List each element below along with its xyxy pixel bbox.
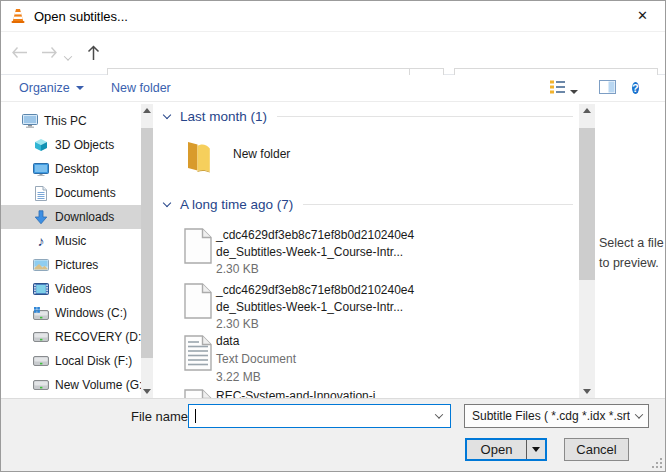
file-item[interactable]: _cdc4629df3eb8c71ef8b0d210240e4 de_Subti… [216,283,414,331]
file-item[interactable]: REC-System-and-Innovation-i [216,389,375,398]
file-size: 3.22 MB [216,370,296,384]
picture-icon [32,259,50,271]
file-item[interactable]: _cdc4629df3eb8c71ef8b0d210240e4 de_Subti… [216,228,414,276]
preview-hint-text: Select a file to preview. [599,233,665,273]
sidebar-item-label: RECOVERY (D:) [55,330,141,344]
sidebar-scrollbar[interactable] [141,104,153,398]
document-icon [32,186,50,201]
sidebar-item-pictures[interactable]: Pictures [1,253,141,277]
drive-icon [32,356,50,366]
computer-icon [21,114,39,128]
sidebar-item-documents[interactable]: Documents [1,181,141,205]
scroll-down-icon[interactable] [141,385,153,398]
group-header-a-long-time-ago[interactable]: A long time ago (7) [164,197,573,212]
sidebar-item-label: Pictures [55,258,98,272]
cube-icon [32,138,50,152]
sidebar-item-3d-objects[interactable]: 3D Objects [1,133,141,157]
file-type: Text Document [216,352,296,366]
scroll-up-icon[interactable] [141,104,153,117]
file-name-combo [188,404,451,428]
video-icon [32,283,50,295]
folder-item-new-folder[interactable]: New folder [233,147,290,161]
filter-value: Subtitle Files ( *.cdg *.idx *.srt * [465,409,630,423]
sidebar-item-label: This PC [44,114,87,128]
file-icon [184,283,212,322]
sidebar-item-label: 3D Objects [55,138,114,152]
navigation-bar: This PC Downloads ↻ [1,32,665,75]
help-icon[interactable]: ? [632,80,639,97]
navigation-pane: This PC 3D Objects Desktop Documents [1,102,141,398]
title-bar: Open subtitles... ✕ [1,1,665,32]
window-title: Open subtitles... [34,9,128,24]
drive-icon [32,380,50,390]
sidebar-item-label: Local Disk (F:) [55,354,132,368]
text-file-icon [184,335,212,374]
file-type-filter-select[interactable]: Subtitle Files ( *.cdg *.idx *.srt * [464,404,649,428]
preview-pane-icon[interactable] [599,80,616,97]
sidebar-item-label: New Volume (G: [55,378,141,392]
file-name-line2: de_Subtitles-Week-1_Course-Intr... [216,245,414,259]
folder-icon [184,139,214,178]
open-button[interactable]: Open [467,440,526,459]
sidebar-item-music[interactable]: ♪ Music [1,229,141,253]
cancel-button[interactable]: Cancel [564,438,629,461]
open-split-button: Open [465,438,547,461]
file-list-scrollbar[interactable] [579,104,595,398]
open-subtitles-dialog: Open subtitles... ✕ This PC Downloads [0,0,666,472]
scrollbar-thumb[interactable] [579,128,595,280]
file-name-line2: de_Subtitles-Week-1_Course-Intr... [216,300,414,314]
preview-pane: Select a file to preview. [595,102,666,398]
views-caret-icon[interactable] [570,85,578,99]
sidebar-item-label: Videos [55,282,91,296]
close-button[interactable]: ✕ [620,1,665,31]
footer-bar: File name: Subtitle Files ( *.cdg *.idx … [1,398,666,472]
group-header-last-month[interactable]: Last month (1) [164,109,573,124]
sidebar-item-windows-c[interactable]: Windows (C:) [1,301,141,325]
collapse-chevron-icon[interactable] [163,199,171,207]
scroll-up-icon[interactable] [579,104,595,117]
file-item[interactable]: data Text Document 3.22 MB [216,334,296,384]
file-name-dropdown-chevron-icon[interactable] [435,410,443,418]
back-icon[interactable] [11,46,28,62]
details-view-icon[interactable] [550,80,565,97]
file-name-label: File name: [131,409,192,424]
sidebar-item-recovery-d[interactable]: RECOVERY (D:) [1,325,141,349]
sidebar-item-downloads[interactable]: Downloads [1,205,141,229]
file-name-line1: _cdc4629df3eb8c71ef8b0d210240e4 [216,283,414,297]
file-name-line1: REC-System-and-Innovation-i [216,389,375,398]
organize-button[interactable]: Organize [19,81,84,95]
recent-locations-chevron-icon[interactable] [65,50,71,64]
sidebar-item-this-pc[interactable]: This PC [1,109,141,133]
file-name-input[interactable] [190,406,430,426]
sidebar-item-local-disk-f[interactable]: Local Disk (F:) [1,349,141,373]
sidebar-item-label: Music [55,234,86,248]
file-icon [184,228,212,267]
sidebar-item-label: Downloads [55,210,114,224]
dialog-content: This PC 3D Objects Desktop Documents [1,102,666,398]
organize-caret-icon [76,86,84,90]
drive-icon [32,332,50,342]
forward-icon[interactable] [41,46,58,62]
file-name-line1: _cdc4629df3eb8c71ef8b0d210240e4 [216,228,414,242]
text-caret [195,409,196,423]
file-list: Last month (1) New folder A long time ag… [156,102,579,398]
resize-grip[interactable] [651,457,663,469]
monitor-icon [32,163,50,176]
file-icon [184,389,212,398]
sidebar-item-videos[interactable]: Videos [1,277,141,301]
scrollbar-thumb[interactable] [141,128,153,358]
scroll-down-icon[interactable] [579,385,595,398]
collapse-chevron-icon[interactable] [163,111,171,119]
sidebar-item-label: Documents [55,186,116,200]
open-dropdown-arrow-icon[interactable] [526,440,545,459]
sidebar-item-desktop[interactable]: Desktop [1,157,141,181]
windows-drive-icon [32,307,50,320]
file-size: 2.30 KB [216,262,414,276]
download-arrow-icon [32,210,50,225]
sidebar-item-label: Windows (C:) [55,306,127,320]
up-icon[interactable] [87,45,100,64]
sidebar-item-new-volume-g[interactable]: New Volume (G: [1,373,141,397]
music-note-icon: ♪ [32,234,50,248]
new-folder-button[interactable]: New folder [111,81,171,95]
file-name-line1: data [216,334,296,348]
